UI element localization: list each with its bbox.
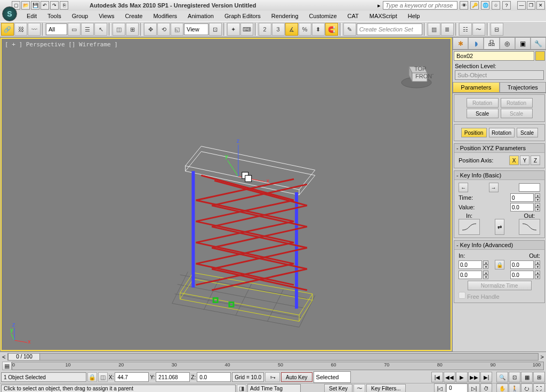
object-color-swatch[interactable] — [535, 51, 545, 61]
menu-group[interactable]: Group — [67, 12, 94, 20]
tab-display-icon[interactable]: ▣ — [515, 37, 531, 50]
select-name-icon[interactable]: ☰ — [81, 23, 94, 36]
snap-magnet-icon[interactable]: 🧲 — [325, 23, 338, 36]
scale-button[interactable]: Scale — [517, 128, 538, 137]
axis-z-button[interactable]: Z — [531, 156, 540, 165]
tab-parameters[interactable]: Parameters — [453, 82, 500, 93]
menu-edit[interactable]: Edit — [21, 12, 42, 20]
window-crossing-icon[interactable]: ⊞ — [126, 23, 139, 36]
pan-icon[interactable]: ✋ — [496, 383, 508, 393]
lock-selection-icon[interactable]: 🔒 — [87, 372, 97, 382]
select-link-icon[interactable]: 🔗 — [1, 23, 14, 36]
time-slider-track[interactable]: 0 / 100 — [7, 353, 538, 361]
menu-modifiers[interactable]: Modifiers — [148, 12, 182, 20]
help-icon[interactable]: ? — [502, 1, 511, 10]
menu-views[interactable]: Views — [93, 12, 119, 20]
menu-create[interactable]: Create — [119, 12, 148, 20]
isolate-icon[interactable]: ◫ — [98, 372, 108, 382]
select-cursor-icon[interactable]: ↖ — [94, 23, 107, 36]
next-key-button[interactable]: → — [489, 183, 499, 192]
zoom-extents-icon[interactable]: ⊞ — [533, 372, 545, 382]
pivot-icon[interactable]: ⊡ — [209, 23, 222, 36]
next-frame-icon[interactable]: ▶▶ — [468, 372, 480, 382]
tab-create-icon[interactable]: ✱ — [453, 37, 468, 50]
adv-out2-input[interactable] — [510, 271, 534, 279]
select-object-icon[interactable]: ▭ — [68, 23, 81, 36]
key-tangent-icon[interactable]: 〜 — [354, 384, 365, 393]
close-icon[interactable]: ✕ — [536, 1, 545, 10]
snap-3d-icon[interactable]: 3 — [272, 23, 285, 36]
prev-key-button[interactable]: ← — [459, 183, 468, 192]
free-handle-checkbox[interactable]: Free Handle — [459, 292, 500, 300]
play-icon[interactable]: ▶ — [456, 372, 468, 382]
prev-key-icon[interactable]: |◁ — [434, 383, 446, 393]
position-button[interactable]: Position — [461, 128, 487, 137]
key-filters-button[interactable]: Key Filters... — [366, 384, 406, 393]
link-icon[interactable]: ⎘ — [60, 1, 68, 10]
time-ruler[interactable]: 0 10 20 30 40 50 60 70 80 90 100 — [12, 362, 544, 370]
viewport-perspective[interactable]: [ + ] Perspective [] Wireframe ] — [1, 38, 452, 351]
time-input[interactable] — [510, 193, 534, 202]
spin-up-icon[interactable]: ▴ — [535, 193, 540, 198]
key-index-input[interactable] — [519, 183, 540, 192]
time-slider-thumb[interactable]: 0 / 100 — [8, 353, 40, 361]
next-key-icon[interactable]: ▷| — [468, 383, 480, 393]
adv-in-input[interactable] — [459, 260, 482, 269]
curve-editor-icon[interactable]: 〜 — [472, 23, 485, 36]
snap-2d-icon[interactable]: 2 — [259, 23, 271, 36]
key-mode-dropdown[interactable]: Selected — [314, 371, 351, 383]
axis-y-button[interactable]: Y — [520, 156, 529, 165]
menu-animation[interactable]: Animation — [182, 12, 219, 20]
script-listener-icon[interactable]: ◨ — [237, 385, 246, 393]
value-input[interactable] — [510, 203, 534, 211]
current-frame-input[interactable]: 0 — [446, 383, 468, 393]
spinner-snap-icon[interactable]: ⬍ — [312, 23, 325, 36]
fov-icon[interactable]: ▦ — [521, 372, 533, 382]
auto-key-button[interactable]: Auto Key — [281, 372, 312, 382]
scale-button-1[interactable]: Scale — [467, 109, 499, 118]
add-time-tag[interactable]: Add Time Tag — [247, 384, 301, 393]
prev-frame-icon[interactable]: ◀◀ — [444, 372, 455, 382]
reference-coord[interactable]: View — [184, 23, 208, 35]
normalize-time-button[interactable]: Normalize Time — [468, 281, 532, 290]
tab-motion-icon[interactable]: ◎ — [500, 37, 515, 50]
angle-snap-icon[interactable]: ∡ — [285, 23, 298, 36]
rotate-icon[interactable]: ⟲ — [157, 23, 170, 36]
tangent-copy-button[interactable]: ⇄ — [495, 219, 504, 235]
percent-snap-icon[interactable]: % — [299, 23, 311, 36]
key-icon[interactable]: 🔑 — [470, 1, 479, 10]
app-logo-icon[interactable]: S — [2, 6, 17, 21]
menu-cat[interactable]: CAT — [342, 12, 364, 20]
scale-button-2[interactable]: Scale — [501, 109, 533, 118]
bind-space-warp-icon[interactable]: 〰 — [28, 23, 41, 36]
selection-filter[interactable]: All — [46, 23, 67, 35]
tab-trajectories[interactable]: Trajectories — [500, 82, 547, 93]
select-region-icon[interactable]: ◫ — [113, 23, 125, 36]
out-tangent-button[interactable] — [519, 219, 540, 235]
sub-object-dropdown[interactable]: Sub-Object — [455, 70, 544, 80]
spin-down-icon[interactable]: ▾ — [535, 198, 540, 202]
mirror-icon[interactable]: ▥ — [428, 23, 440, 36]
tab-utilities-icon[interactable]: 🔧 — [531, 37, 546, 50]
redo-icon[interactable]: ↷ — [50, 1, 59, 10]
undo-icon[interactable]: ↶ — [41, 1, 49, 10]
timeline-next-icon[interactable]: > — [541, 354, 544, 360]
menu-customize[interactable]: Customize — [304, 12, 342, 20]
maximize-icon[interactable]: ❐ — [527, 1, 535, 10]
coord-z[interactable]: 0.0 — [197, 372, 231, 382]
in-tangent-button[interactable] — [459, 219, 480, 235]
orbit-icon[interactable]: ⭮ — [521, 383, 533, 393]
unlink-icon[interactable]: ⛓ — [14, 23, 27, 36]
binoculars-icon[interactable]: 👁 — [460, 1, 468, 10]
named-selection-set[interactable]: Create Selection Set — [357, 23, 422, 35]
track-toggle-icon[interactable]: ▦ — [2, 362, 12, 370]
set-key-large-icon[interactable]: 🗝 — [265, 372, 280, 382]
move-icon[interactable]: ✥ — [144, 23, 157, 36]
adv-in2-input[interactable] — [459, 271, 482, 279]
menu-maxscript[interactable]: MAXScript — [364, 12, 403, 20]
time-config-icon[interactable]: ⏱ — [480, 383, 492, 393]
search-play-icon[interactable]: ▸ — [378, 2, 381, 9]
goto-end-icon[interactable]: ▶| — [480, 372, 492, 382]
goto-start-icon[interactable]: |◀ — [431, 372, 443, 382]
max-toggle-icon[interactable]: ⛶ — [533, 383, 545, 393]
